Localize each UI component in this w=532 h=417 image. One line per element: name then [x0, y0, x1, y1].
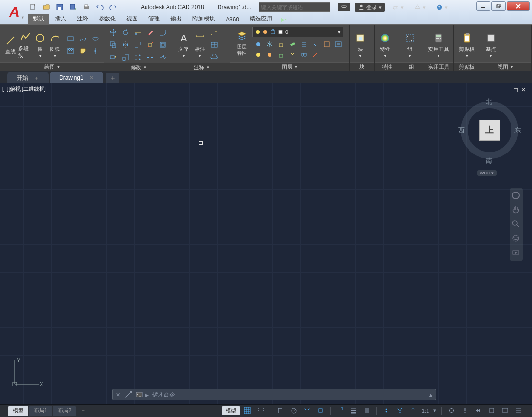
search-input[interactable]	[259, 2, 330, 12]
layout-tab-add[interactable]: ＋	[77, 406, 90, 416]
qat-saveas-icon[interactable]	[68, 2, 78, 12]
layer-match-icon[interactable]	[298, 39, 310, 50]
status-polar-icon[interactable]	[288, 406, 300, 416]
status-cleanscreen-icon[interactable]	[499, 406, 511, 416]
ribbon-tab-manage[interactable]: 管理	[144, 13, 165, 24]
layer-previous-icon[interactable]	[310, 39, 321, 50]
ribbon-tab-default[interactable]: 默认	[28, 13, 49, 24]
region-icon[interactable]	[77, 45, 89, 57]
ribbon-tab-a360[interactable]: A360	[221, 15, 244, 24]
viewcube[interactable]: 上 北 南 东 西 WCS ▾	[456, 92, 523, 173]
layer-on-icon[interactable]	[252, 49, 264, 61]
status-ortho-icon[interactable]	[275, 406, 286, 416]
clipboard-button[interactable]: 剪贴板▼	[457, 31, 477, 58]
layout-tab-model[interactable]: 模型	[8, 406, 28, 416]
dimension-button[interactable]: 标注▼	[192, 31, 208, 58]
ribbon-tab-annotate[interactable]: 注释	[72, 13, 93, 24]
mirror-icon[interactable]	[120, 39, 131, 51]
viewcube-top[interactable]: 上	[479, 120, 500, 141]
layout-tab-2[interactable]: 布局2	[53, 406, 76, 416]
layer-delete-icon[interactable]	[310, 49, 321, 61]
status-transparency-icon[interactable]	[361, 406, 373, 416]
exchange-button[interactable]: ▾	[389, 3, 407, 11]
layer-thaw-icon[interactable]	[264, 49, 275, 61]
explode-icon[interactable]	[145, 39, 156, 51]
status-unit-icon[interactable]	[472, 406, 484, 416]
layer-combo[interactable]: 0 ▾	[252, 27, 343, 37]
layer-properties-button[interactable]: 图层 特性	[233, 29, 250, 57]
status-lineweight-icon[interactable]	[348, 406, 359, 416]
layer-freeze-icon[interactable]	[264, 39, 275, 50]
layer-isolate-icon[interactable]	[321, 39, 333, 50]
offset-icon[interactable]	[157, 39, 168, 51]
status-annoscale-icon[interactable]	[381, 406, 392, 416]
status-workspace-icon[interactable]	[446, 406, 457, 416]
arc-button[interactable]: 圆弧▼	[48, 31, 62, 58]
rectangle-icon[interactable]	[65, 33, 76, 44]
window-maximize-button[interactable]	[491, 1, 506, 11]
pan-icon[interactable]	[511, 205, 521, 215]
status-qprops-icon[interactable]	[486, 406, 497, 416]
app-menu-button[interactable]: A▾	[2, 1, 26, 22]
spline-icon[interactable]	[77, 33, 89, 44]
hatch-icon[interactable]	[65, 45, 76, 57]
polyline-button[interactable]: 多段线	[18, 31, 32, 59]
trim-icon[interactable]	[132, 27, 144, 38]
status-annovis-icon[interactable]	[394, 406, 406, 416]
file-tab-add-button[interactable]: ＋	[106, 73, 119, 83]
layer-merge-icon[interactable]	[298, 49, 310, 61]
showmotion-icon[interactable]	[511, 248, 521, 258]
status-scale[interactable]: 1:1	[421, 408, 430, 414]
layer-walk-icon[interactable]	[287, 49, 298, 61]
qat-redo-icon[interactable]	[108, 2, 118, 12]
layer-unlock-icon[interactable]	[275, 49, 287, 61]
status-annoauto-icon[interactable]	[407, 406, 419, 416]
file-tab-start[interactable]: 开始＋	[7, 72, 49, 83]
join-icon[interactable]	[157, 51, 168, 63]
plus-icon[interactable]: ＋	[34, 74, 39, 81]
status-customize-icon[interactable]	[512, 406, 524, 416]
a360-button[interactable]: ▾	[411, 3, 428, 11]
cmdline-config-icon[interactable]	[123, 389, 134, 400]
properties-button[interactable]: 特性▼	[377, 31, 393, 58]
wcs-label[interactable]: WCS ▾	[477, 170, 497, 176]
qat-print-icon[interactable]	[82, 2, 91, 12]
close-icon[interactable]: ✕	[89, 75, 94, 81]
drawing-area[interactable]: [−][俯视][二维线框] — ◻ ✕ 上 北 南 东 西 WCS ▾	[0, 83, 532, 404]
erase-icon[interactable]	[145, 27, 156, 38]
qat-new-icon[interactable]	[28, 2, 38, 12]
ribbon-cycle-button[interactable]: ▶•	[278, 15, 290, 24]
layout-tab-1[interactable]: 布局1	[29, 406, 52, 416]
fillet-icon[interactable]	[157, 27, 168, 38]
move-icon[interactable]	[107, 27, 119, 38]
array-icon[interactable]	[132, 51, 144, 63]
block-button[interactable]: 块▼	[353, 31, 368, 58]
ribbon-tab-view[interactable]: 视图	[122, 13, 143, 24]
cloud-icon[interactable]	[209, 51, 220, 63]
utilities-button[interactable]: 实用工具▼	[427, 31, 450, 58]
login-button[interactable]: 登录 ▾	[355, 3, 385, 12]
qat-open-icon[interactable]	[42, 2, 51, 12]
ribbon-tab-output[interactable]: 输出	[166, 13, 187, 24]
qat-undo-icon[interactable]	[95, 2, 104, 12]
status-isodraft-icon[interactable]	[302, 406, 313, 416]
table-icon[interactable]	[209, 39, 220, 51]
layer-off-icon[interactable]	[252, 39, 264, 50]
zoom-icon[interactable]	[511, 220, 521, 229]
base-view-button[interactable]: 基点▼	[483, 31, 499, 58]
status-model-toggle[interactable]: 模型	[222, 406, 240, 415]
break-icon[interactable]	[145, 51, 156, 63]
ribbon-tab-parametric[interactable]: 参数化	[94, 13, 121, 24]
help-button[interactable]: ?▾	[433, 3, 450, 11]
file-tab-drawing1[interactable]: Drawing1✕	[50, 72, 103, 83]
ribbon-tab-insert[interactable]: 插入	[50, 13, 71, 24]
status-osnap-icon[interactable]	[315, 406, 326, 416]
ribbon-tab-addins[interactable]: 附加模块	[188, 13, 220, 24]
status-annomon-icon[interactable]	[459, 406, 470, 416]
status-otrack-icon[interactable]	[334, 406, 346, 416]
chamfer-icon[interactable]	[132, 39, 144, 51]
rotate-icon[interactable]	[120, 27, 131, 38]
text-button[interactable]: A文字▼	[176, 31, 191, 58]
status-snap-icon[interactable]	[255, 406, 267, 416]
group-button[interactable]: 组▼	[402, 31, 417, 58]
